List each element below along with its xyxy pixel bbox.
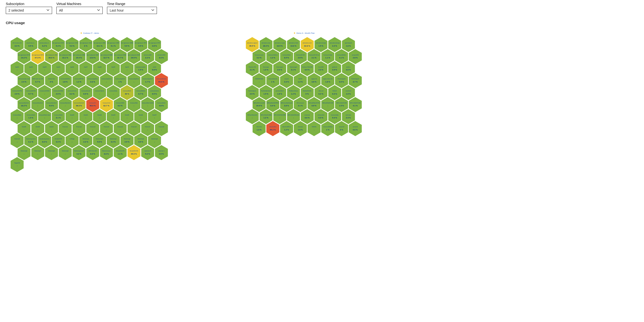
filter-vms-select[interactable]: All	[56, 7, 103, 14]
hex-cell[interactable]: App09-	[107, 61, 120, 76]
hex-cell[interactable]: aks-agentpool-141326 %	[79, 37, 92, 52]
hex-cell[interactable]: Finance3-	[114, 121, 127, 136]
hex-cell[interactable]: App01-	[10, 61, 24, 76]
hex-cell[interactable]: xensimib0.6 %	[349, 121, 362, 136]
hex-cell[interactable]: AA-Contoso-010.3 %	[10, 37, 24, 52]
hex-cell[interactable]: adnxdemo-mysql16.5 %	[273, 37, 286, 52]
hex-cell[interactable]: ralku-vm0.2 %	[314, 85, 328, 100]
hex-cell[interactable]: SEFeelR3eRO184-	[321, 97, 334, 112]
hex-cell[interactable]: App06-	[66, 61, 78, 76]
hex-cell[interactable]: adnxdemoUangs2.4 %	[328, 37, 341, 52]
hex-cell[interactable]: aks-nodepool1-428315.4 %	[72, 49, 86, 64]
hex-cell[interactable]: PsyNoApp112.9 %	[246, 85, 259, 100]
hex-cell[interactable]: SKFeeC8osrb10-	[246, 109, 259, 124]
hex-cell[interactable]: Data00-	[66, 109, 78, 124]
hex-cell[interactable]: antisambful0.3 %	[314, 109, 328, 124]
hex-cell[interactable]: ContosoClaim1-	[93, 85, 106, 100]
hex-cell[interactable]: aks-agentpool-407184.5 %	[134, 37, 147, 52]
hex-cell[interactable]: viisinsdo1.6 %	[294, 121, 307, 136]
hex-cell[interactable]: ContosoSQLSrv438.3 %	[72, 97, 86, 112]
hex-cell[interactable]: Data08-	[18, 121, 30, 136]
hex-cell[interactable]: ContosoVM010.2 %	[114, 97, 127, 112]
hex-cell[interactable]: agenteiqax21.6 %	[342, 37, 355, 52]
hex-cell[interactable]: azureInsVM33.3 %	[155, 49, 168, 64]
hex-cell[interactable]: ContosoWeb2-Ubun-	[38, 109, 51, 124]
hex-cell[interactable]: Finance-VM2.1 %	[246, 61, 259, 76]
hex-cell[interactable]: ContosoAzDS022.9 %	[52, 85, 65, 100]
hex-cell[interactable]: ContosoMtbSrv4.1 %	[335, 49, 348, 64]
hex-cell[interactable]: UbnvSv38Tmr1.2 %	[280, 121, 293, 136]
hex-cell[interactable]: Data03-	[93, 109, 106, 124]
hex-cell[interactable]: Finance7-	[141, 121, 154, 136]
hex-cell[interactable]: S3FmrS3eRO1851.5 %	[335, 97, 348, 112]
hex-cell[interactable]: chef-automate-vsics2.4 %	[18, 73, 30, 88]
hex-cell[interactable]: nagios-demo-S11.8 %	[321, 73, 334, 88]
hex-cell[interactable]: Finance1-	[59, 121, 72, 136]
hex-cell[interactable]: RoS136.3 %	[328, 85, 341, 100]
hex-cell[interactable]: ContosoMPVM1.2 %	[72, 73, 86, 88]
hex-cell[interactable]: sqlserver-95.2 %	[141, 145, 154, 160]
hex-cell[interactable]: Finance4-	[128, 121, 140, 136]
hex-cell[interactable]: InfoSpAVW53.3 %	[52, 133, 65, 148]
hex-cell[interactable]: aks-agentpool-407192.8 %	[148, 37, 161, 52]
hex-cell[interactable]: srelab0.8 %	[148, 61, 161, 76]
hex-cell[interactable]: Data01-	[79, 109, 92, 124]
hex-cell[interactable]: adnxdemo-rhel113.6 %	[287, 37, 300, 52]
hex-cell[interactable]: ContosoSQLSrv3-	[59, 97, 72, 112]
hex-cell[interactable]: ContosoClbSrv11.2 %	[266, 49, 279, 64]
hex-cell[interactable]: ContosoASCdev94.4 %	[155, 73, 168, 88]
hex-cell[interactable]: PtsBaas1Stons1.2 %	[287, 85, 300, 100]
hex-cell[interactable]: Marketing12.2 %	[79, 133, 92, 148]
filter-subscription-select[interactable]: 2 selected	[6, 7, 52, 14]
hex-cell[interactable]: Marketing105.8 %	[93, 133, 106, 148]
hex-cell[interactable]: SimpleWinVM49.3 %	[128, 145, 140, 160]
hex-cell[interactable]: SKContoso12.1 %	[294, 97, 307, 112]
hex-cell[interactable]: aks-nodepool1-952019.5 %	[128, 49, 140, 64]
hex-cell[interactable]: hardening-demo6.6 %	[38, 133, 51, 148]
hex-cell[interactable]: aks-nodepool1-428113.1 %	[59, 49, 72, 64]
hex-cell[interactable]: ContosoOnline1.1 %	[321, 49, 334, 64]
hex-cell[interactable]: Marketing8-	[45, 145, 58, 160]
hex-cell[interactable]: IoTEdge-	[66, 133, 78, 148]
hex-cell[interactable]: VMVM1-	[308, 121, 320, 136]
hex-cell[interactable]: enamesk0.6 %	[301, 109, 314, 124]
hex-cell[interactable]: App04-	[38, 61, 51, 76]
hex-cell[interactable]: ContosoAppSrv12.6 %	[86, 73, 99, 88]
hex-cell[interactable]: Data07-	[148, 109, 161, 124]
hex-cell[interactable]: financepp12.6 %	[273, 61, 286, 76]
hex-cell[interactable]: financesgp23.1 %	[287, 61, 300, 76]
hex-cell[interactable]: adnxdemoUangs1.5 %	[314, 37, 328, 52]
hex-cell[interactable]: PsyNoApp193.9 %	[335, 73, 348, 88]
hex-cell[interactable]: SKFeelR3ecWC060.9 %	[308, 97, 320, 112]
hex-cell[interactable]: ad-primary-d...3.5 %	[24, 37, 37, 52]
hex-cell[interactable]: reefmator2.3 %	[342, 109, 355, 124]
hex-cell[interactable]: SKFmS3eR3i01R89-	[273, 109, 286, 124]
hex-cell[interactable]: App10-	[120, 61, 134, 76]
hex-cell[interactable]: aks-agentpool-180409.1 %	[107, 37, 120, 52]
hex-cell[interactable]: adnxdemo-appsvr49.5 %	[246, 37, 259, 52]
hex-cell[interactable]: Data04-	[107, 109, 120, 124]
hex-cell[interactable]: ContosoDate-	[107, 85, 120, 100]
hex-cell[interactable]: aks-agentpool-4071947.3 %	[31, 49, 44, 64]
hex-cell[interactable]: ContosoOSQLVM0.5 %	[301, 61, 314, 76]
hex-cell[interactable]: aks-nodepool1-833812.7 %	[100, 49, 113, 64]
hex-cell[interactable]: Finance3-	[86, 121, 99, 136]
hex-cell[interactable]: ContosoWeb10.5 %	[280, 49, 293, 64]
hex-cell[interactable]: aks-agentpool-141315.3 %	[66, 37, 78, 52]
hex-cell[interactable]: Data10-	[45, 121, 58, 136]
hex-cell[interactable]: scomhxm1.9 %	[342, 85, 355, 100]
hex-cell[interactable]: Finance2-	[72, 121, 86, 136]
hex-cell[interactable]: ContosoW-VM2.8 %	[294, 49, 307, 64]
hex-cell[interactable]: ContosoVm262.7 %	[100, 97, 113, 112]
hex-cell[interactable]: RedhatWn4010 %	[301, 85, 314, 100]
hex-cell[interactable]: aks-agentpool-185605.9 %	[120, 37, 134, 52]
hex-cell[interactable]: PsyNoApp103.7 %	[349, 73, 362, 88]
hex-cell[interactable]: hardening-demo6.1 %	[24, 133, 37, 148]
hex-cell[interactable]: sqlserver-14.5 %	[155, 145, 168, 160]
hex-cell[interactable]: ContosoWeb-NoDrW-	[141, 97, 154, 112]
hex-cell[interactable]: App03-	[24, 61, 37, 76]
hex-cell[interactable]: Marketing9-	[59, 145, 72, 160]
hex-cell[interactable]: Marketing23.4 %	[107, 133, 120, 148]
hex-cell[interactable]: UbnvSv3km95.2 %	[266, 121, 279, 136]
hex-cell[interactable]: ContosoSafe9.4 %	[328, 109, 341, 124]
